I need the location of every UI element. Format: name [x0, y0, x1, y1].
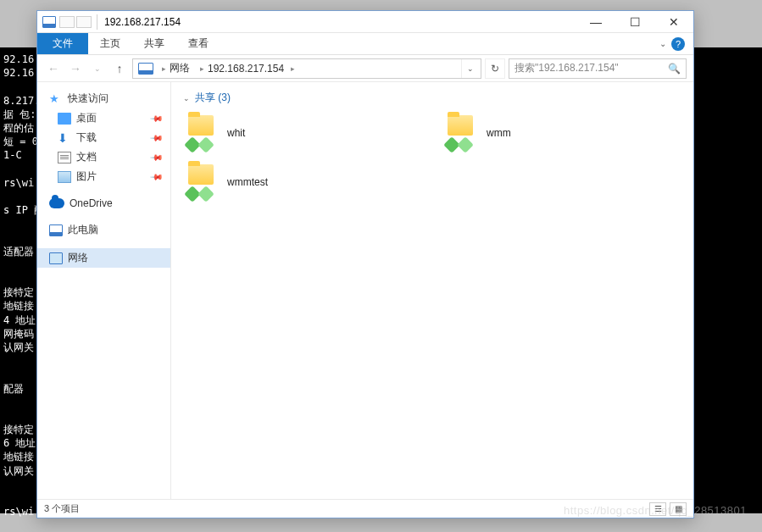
- nav-forward-button[interactable]: →: [66, 62, 85, 75]
- content-pane[interactable]: ⌄ 共享 (3) whit wmm wmmtest: [171, 82, 693, 499]
- sidebar-desktop[interactable]: 桌面 📌: [37, 108, 170, 128]
- navbar: ← → ⌄ ↑ ▸ 网络 ▸ 192.168.217.154 ▸ ⌄ ↻ 搜索"…: [37, 55, 693, 82]
- ribbon-tab-file[interactable]: 文件: [37, 33, 88, 54]
- sidebar-documents[interactable]: 文档 📌: [37, 147, 170, 167]
- sidebar-label: 下载: [76, 130, 97, 145]
- share-folder-icon: [183, 115, 217, 151]
- group-header-label: 共享 (3): [195, 91, 231, 105]
- window-icon: [42, 16, 56, 28]
- ribbon-tab-home[interactable]: 主页: [88, 33, 132, 54]
- network-icon: [49, 252, 63, 264]
- sidebar-pictures[interactable]: 图片 📌: [37, 167, 170, 186]
- sidebar-network[interactable]: 网络: [37, 248, 170, 268]
- breadcrumb-root[interactable]: ▸ 网络: [157, 61, 195, 75]
- ribbon-collapse-icon[interactable]: ⌄: [659, 39, 666, 48]
- sidebar-label: 网络: [68, 251, 88, 265]
- chevron-down-icon: ⌄: [183, 94, 190, 103]
- item-label: wmmtest: [227, 176, 268, 188]
- chevron-right-icon: ▸: [200, 64, 204, 73]
- pc-icon: [49, 224, 63, 236]
- pin-icon: 📌: [150, 150, 164, 163]
- sidebar: ★ 快速访问 桌面 📌 ⬇ 下载 📌 文档 📌 图片 📌: [37, 82, 171, 499]
- sidebar-label: 此电脑: [68, 223, 98, 237]
- nav-back-button[interactable]: ←: [44, 62, 63, 75]
- address-dropdown-icon[interactable]: ⌄: [461, 59, 479, 78]
- sidebar-downloads[interactable]: ⬇ 下载 📌: [37, 128, 170, 147]
- maximize-button[interactable]: ☐: [615, 11, 654, 33]
- share-item[interactable]: wmmtest: [181, 161, 424, 203]
- explorer-body: ★ 快速访问 桌面 📌 ⬇ 下载 📌 文档 📌 图片 📌: [37, 82, 693, 499]
- qa-button-2[interactable]: [76, 16, 92, 28]
- explorer-window: 192.168.217.154 — ☐ ✕ 文件 主页 共享 查看 ⌄ ? ← …: [36, 10, 694, 518]
- watermark: https://blog.csdn.net/qq_28513801: [564, 504, 747, 517]
- close-button[interactable]: ✕: [654, 11, 693, 33]
- titlebar[interactable]: 192.168.217.154 — ☐ ✕: [37, 11, 693, 33]
- sidebar-label: OneDrive: [70, 197, 113, 209]
- sidebar-this-pc[interactable]: 此电脑: [37, 220, 170, 240]
- cloud-icon: [49, 198, 64, 208]
- sidebar-label: 快速访问: [68, 91, 108, 106]
- address-pc-icon: [138, 63, 153, 75]
- status-text: 3 个项目: [44, 502, 80, 515]
- nav-up-button[interactable]: ↑: [110, 62, 129, 75]
- chevron-right-icon: ▸: [291, 64, 295, 73]
- qa-button-1[interactable]: [59, 16, 75, 28]
- help-icon[interactable]: ?: [671, 37, 685, 51]
- breadcrumb-host-label: 192.168.217.154: [208, 63, 284, 75]
- sidebar-label: 桌面: [76, 111, 97, 125]
- sidebar-quick-access[interactable]: ★ 快速访问: [37, 89, 170, 108]
- ribbon-tab-share[interactable]: 共享: [132, 33, 176, 54]
- search-input[interactable]: 搜索"192.168.217.154" 🔍: [509, 58, 687, 79]
- pin-icon: 📌: [150, 111, 164, 125]
- nav-recent-dropdown[interactable]: ⌄: [88, 64, 107, 73]
- breadcrumb-root-label: 网络: [170, 61, 190, 75]
- ribbon-tab-view[interactable]: 查看: [176, 33, 220, 54]
- download-icon: ⬇: [58, 132, 71, 144]
- search-placeholder: 搜索"192.168.217.154": [514, 61, 619, 75]
- chevron-right-icon: ▸: [162, 64, 166, 73]
- sidebar-label: 文档: [76, 150, 97, 164]
- titlebar-separator: [97, 14, 97, 30]
- desktop-icon: [58, 113, 71, 125]
- share-item[interactable]: whit: [181, 112, 424, 154]
- refresh-button[interactable]: ↻: [485, 58, 505, 79]
- items-grid: whit wmm wmmtest: [181, 112, 683, 203]
- pin-icon: 📌: [150, 130, 164, 144]
- share-item[interactable]: wmm: [441, 112, 683, 154]
- ribbon: 文件 主页 共享 查看 ⌄ ?: [37, 33, 693, 55]
- star-icon: ★: [49, 93, 63, 105]
- sidebar-label: 图片: [76, 169, 97, 184]
- share-folder-icon: [183, 164, 217, 200]
- group-header[interactable]: ⌄ 共享 (3): [181, 89, 683, 112]
- window-title: 192.168.217.154: [104, 16, 181, 28]
- address-bar[interactable]: ▸ 网络 ▸ 192.168.217.154 ▸ ⌄: [132, 58, 481, 79]
- search-icon: 🔍: [668, 63, 681, 75]
- pin-icon: 📌: [150, 169, 164, 183]
- minimize-button[interactable]: —: [576, 11, 615, 33]
- document-icon: [58, 152, 71, 163]
- item-label: wmm: [487, 127, 511, 139]
- share-folder-icon: [442, 115, 476, 151]
- item-label: whit: [227, 127, 245, 139]
- sidebar-onedrive[interactable]: OneDrive: [37, 195, 170, 212]
- breadcrumb-host[interactable]: ▸ 192.168.217.154 ▸: [195, 63, 300, 75]
- pictures-icon: [58, 171, 71, 183]
